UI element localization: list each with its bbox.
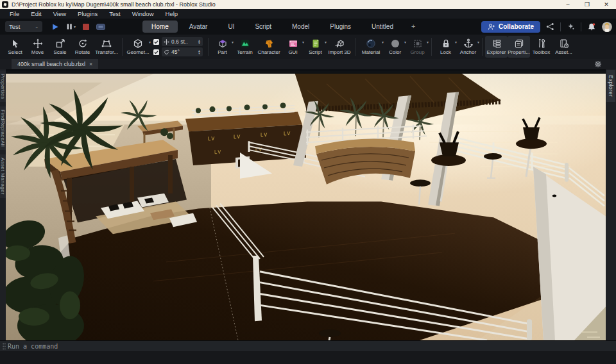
menu-test[interactable]: Test <box>103 9 126 19</box>
close-button[interactable]: ✕ <box>597 1 616 8</box>
geometry-icon <box>133 38 143 49</box>
ribbon-item-rotate[interactable]: Rotate <box>71 36 94 58</box>
ribbon-item-asset-manager[interactable]: Asset... <box>552 36 575 58</box>
tab-avatar[interactable]: Avatar <box>180 21 217 33</box>
dock-tab-find-replace-all[interactable]: FindReplaceAll <box>0 106 6 150</box>
color-icon <box>390 38 400 49</box>
menu-edit[interactable]: Edit <box>25 9 47 19</box>
divider <box>122 38 123 56</box>
ribbon-item-scale[interactable]: Scale <box>49 36 71 58</box>
ribbon-item-character[interactable]: Character <box>256 36 282 58</box>
scale-icon <box>55 38 65 49</box>
collaborate-button[interactable]: Collaborate <box>481 21 540 33</box>
menu-plugins[interactable]: Plugins <box>72 9 103 19</box>
menu-file[interactable]: File <box>4 9 25 19</box>
minimize-button[interactable]: – <box>558 1 578 8</box>
ribbon-item-move[interactable]: Move <box>26 36 49 58</box>
pause-button[interactable]: ▾ <box>66 23 76 30</box>
anchor-icon <box>463 38 474 49</box>
ribbon-item-color[interactable]: ▾ Color <box>384 36 406 58</box>
close-tab-icon[interactable]: × <box>89 61 92 67</box>
tab-plugins[interactable]: Plugins <box>321 21 360 33</box>
gui-icon <box>288 38 298 49</box>
ribbon-tabs: Home Avatar UI Script Model Plugins Unti… <box>142 21 422 33</box>
toolbox-icon <box>536 38 547 49</box>
ribbon-item-material[interactable]: ▾ Material <box>358 36 384 58</box>
ribbon-item-lock[interactable]: ▾ Lock <box>434 36 457 58</box>
ribbon-item-terrain[interactable]: Terrain <box>234 36 256 58</box>
group-icon <box>413 38 423 49</box>
ribbon-item-geometry[interactable]: ▾ Geomet... <box>125 36 151 58</box>
restore-button[interactable]: ❐ <box>578 1 597 8</box>
menu-help[interactable]: Help <box>160 9 184 19</box>
dock-tab-asset-manager[interactable]: Asset Manager <box>0 154 6 198</box>
ribbon-item-part[interactable]: ▾ Part <box>211 36 234 58</box>
share-icon[interactable] <box>546 22 554 31</box>
play-icon[interactable] <box>51 23 59 31</box>
ribbon-item-import-3d[interactable]: Import 3D <box>327 36 352 58</box>
snap-rotate-field[interactable]: 45° ▲▼ <box>162 47 203 56</box>
snap-move-checkbox[interactable] <box>153 39 159 45</box>
command-bar[interactable]: Run a command <box>0 340 616 351</box>
command-input[interactable]: Run a command <box>8 343 58 350</box>
chevron-down-icon: ▾ <box>427 40 429 44</box>
assistant-sparkle-icon[interactable] <box>567 22 575 31</box>
document-tab[interactable]: 400k small beach club.rbxl × <box>12 59 98 69</box>
main-area: Properties FindReplaceAll Asset Manager <box>0 69 616 340</box>
ribbon-item-select[interactable]: Select <box>4 36 26 58</box>
ribbon-item-anchor[interactable]: ▾ Anchor <box>457 36 479 58</box>
divider <box>482 38 483 56</box>
resume-session-icon[interactable] <box>96 23 105 31</box>
collaborate-person-icon <box>488 23 495 31</box>
script-icon <box>311 38 321 49</box>
notifications-button[interactable] <box>587 22 596 31</box>
ribbon-item-explorer[interactable]: Explorer <box>485 36 508 58</box>
material-icon <box>366 38 376 49</box>
tab-model[interactable]: Model <box>283 21 318 33</box>
select-icon <box>10 38 21 49</box>
ribbon-toolbar: Select Move Scale Rotate Transfor... ▾ G… <box>0 35 616 59</box>
dock-tab-explorer[interactable]: Explorer <box>606 70 615 102</box>
dock-tab-properties[interactable]: Properties <box>0 70 6 102</box>
asset-manager-icon <box>559 38 569 49</box>
properties-icon <box>514 38 524 49</box>
rotate-icon <box>78 38 88 49</box>
divider <box>431 38 432 56</box>
explorer-icon <box>492 38 502 49</box>
drag-handle-icon[interactable] <box>0 343 8 350</box>
lock-icon <box>441 38 451 49</box>
ribbon-item-gui[interactable]: ▾ GUI <box>282 36 304 58</box>
tab-home[interactable]: Home <box>142 21 178 33</box>
snap-move-field[interactable]: 0.6 st.. ▲▼ <box>162 37 203 46</box>
gear-icon[interactable] <box>594 60 602 68</box>
stepper-icon[interactable]: ▲▼ <box>198 39 201 44</box>
stepper-icon[interactable]: ▲▼ <box>198 49 201 54</box>
menu-view[interactable]: View <box>47 9 72 19</box>
menu-window[interactable]: Window <box>126 9 160 19</box>
divider <box>355 38 355 56</box>
ribbon-item-group[interactable]: ▾ Group <box>406 36 429 58</box>
ribbon-item-script[interactable]: ▾ Script <box>304 36 327 58</box>
move-icon <box>33 38 43 49</box>
playtest-mode-dropdown[interactable]: Test ⌄ <box>5 21 42 32</box>
ribbon-item-transform[interactable]: Transfor... <box>94 36 119 58</box>
roblox-studio-app-icon <box>2 1 8 8</box>
ribbon-item-toolbox[interactable]: Toolbox <box>530 36 552 58</box>
ribbon-tab-row: Test ⌄ ▾ Home Avatar UI Script Model Plu… <box>0 19 616 35</box>
tab-untitled[interactable]: Untitled <box>363 21 402 33</box>
ribbon-item-properties[interactable]: Properti... <box>508 36 530 58</box>
stop-icon[interactable] <box>83 24 89 30</box>
import-3d-icon <box>334 38 345 49</box>
tab-ui[interactable]: UI <box>219 21 243 33</box>
move-icon <box>164 39 169 45</box>
chevron-down-icon: ▾ <box>149 40 151 44</box>
viewport-3d-scene[interactable] <box>6 69 606 340</box>
divider <box>208 38 209 56</box>
chevron-down-icon: ▾ <box>74 24 76 29</box>
new-tab-button[interactable]: + <box>405 21 422 33</box>
user-avatar[interactable] <box>602 22 612 32</box>
terrain-icon <box>240 38 250 49</box>
transform-icon <box>101 38 112 49</box>
tab-script[interactable]: Script <box>246 21 280 33</box>
snap-rotate-checkbox[interactable] <box>153 49 159 55</box>
